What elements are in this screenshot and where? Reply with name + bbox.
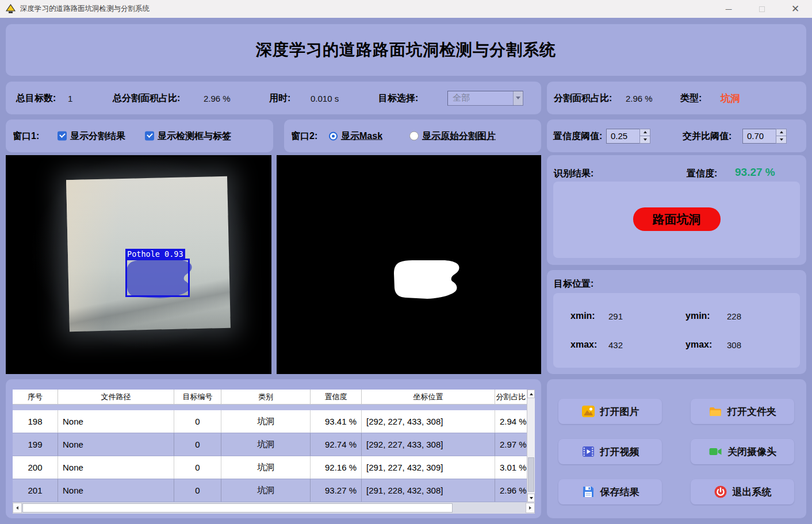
horizontal-scrollbar[interactable] — [13, 502, 535, 514]
xmax-value: 432 — [608, 340, 623, 350]
table-cell: 2.97 % — [495, 433, 527, 456]
table-row[interactable]: 198None0坑洞93.41 %[292, 227, 433, 308]2.9… — [13, 410, 527, 433]
table-cell: 200 — [13, 456, 58, 479]
header-coords: 坐标位置 — [362, 390, 495, 404]
scroll-up-button[interactable] — [527, 390, 535, 398]
table-cell: 92.16 % — [311, 456, 362, 479]
radio-selected-icon — [329, 132, 338, 140]
confidence-threshold-spinbox[interactable]: 0.25 — [606, 129, 650, 144]
dropdown-button[interactable] — [513, 91, 523, 105]
header-confidence: 置信度 — [311, 390, 362, 404]
maximize-icon — [759, 6, 765, 12]
iou-threshold-spinbox[interactable]: 0.70 — [742, 129, 787, 144]
window2-controls-panel: 窗口2: 显示Mask 显示原始分割图片 — [284, 120, 541, 152]
spin-up-button[interactable] — [639, 129, 650, 137]
open-folder-button[interactable]: 打开文件夹 — [691, 399, 794, 424]
results-table: 序号 文件路径 目标编号 类别 置信度 坐标位置 分割占比 198None0坑洞… — [13, 390, 535, 514]
actions-panel: 打开图片 打开文件夹 打开视频 关闭摄像 — [547, 379, 806, 518]
table-cell: 2.94 % — [495, 410, 527, 433]
folder-icon — [708, 404, 722, 418]
target-position-box: xmin: 291 ymin: 228 xmax: 432 ymax: 308 — [553, 293, 800, 368]
scroll-down-button[interactable] — [527, 494, 535, 502]
triangle-down-icon — [644, 138, 647, 141]
close-camera-button[interactable]: 关闭摄像头 — [691, 439, 794, 464]
spin-down-button[interactable] — [639, 136, 650, 144]
header-filepath: 文件路径 — [58, 390, 174, 404]
table-cell: 93.41 % — [311, 410, 362, 433]
iou-threshold-value[interactable]: 0.70 — [742, 129, 776, 144]
table-cell: 0 — [174, 433, 221, 456]
table-cell: 坑洞 — [221, 410, 311, 433]
scroll-left-button[interactable] — [13, 503, 22, 513]
show-original-radio[interactable]: 显示原始分割图片 — [409, 130, 496, 142]
app-icon — [6, 4, 16, 14]
thresholds-panel: 置信度阈值: 0.25 交并比阈值: 0.70 — [547, 120, 806, 152]
titlebar: 深度学习的道路路面坑洞检测与分割系统 ─ ✕ — [0, 0, 812, 18]
recognition-result-box: 路面坑洞 — [553, 182, 800, 258]
power-icon — [714, 485, 727, 499]
open-image-button[interactable]: 打开图片 — [558, 399, 662, 424]
detected-class-badge[interactable]: 路面坑洞 — [633, 207, 721, 231]
exit-system-button[interactable]: 退出系统 — [691, 479, 794, 504]
open-image-label: 打开图片 — [600, 405, 639, 418]
target-position-title: 目标位置: — [554, 278, 593, 290]
open-folder-label: 打开文件夹 — [727, 405, 776, 418]
detection-label: Pothole 0.93 — [125, 249, 185, 259]
detection-image-view: Pothole 0.93 — [6, 155, 271, 374]
total-seg-value: 2.96 % — [204, 93, 231, 103]
checkbox-checked-icon — [145, 131, 154, 140]
show-boxes-checkbox[interactable]: 显示检测框与标签 — [145, 130, 231, 142]
minimize-button[interactable]: ─ — [712, 0, 745, 18]
table-cell: 0 — [174, 456, 221, 479]
table-cell: 201 — [13, 479, 58, 502]
total-targets-label: 总目标数: — [16, 92, 56, 104]
triangle-up-icon — [530, 393, 533, 395]
open-video-label: 打开视频 — [600, 445, 639, 458]
chevron-down-icon — [516, 97, 520, 99]
mask-blob — [277, 155, 541, 374]
confidence-threshold-label: 置信度阈值: — [553, 130, 602, 142]
save-icon — [581, 485, 595, 499]
table-cell: 199 — [13, 433, 58, 456]
show-segmentation-checkbox[interactable]: 显示分割结果 — [58, 130, 125, 142]
ymax-label: ymax: — [685, 340, 712, 350]
show-mask-radio[interactable]: 显示Mask — [329, 130, 382, 142]
horizontal-scroll-thumb[interactable] — [22, 503, 453, 513]
table-cell: 坑洞 — [221, 456, 311, 479]
spin-down-button[interactable] — [776, 136, 787, 144]
camera-icon — [708, 445, 722, 458]
show-boxes-label: 显示检测框与标签 — [158, 130, 231, 140]
table-row[interactable]: 199None0坑洞92.74 %[292, 227, 433, 308]2.9… — [13, 433, 527, 456]
type-value: 坑洞 — [721, 91, 740, 105]
open-video-button[interactable]: 打开视频 — [558, 439, 662, 464]
target-select-dropdown[interactable]: 全部 — [447, 91, 523, 106]
header-class: 类别 — [221, 390, 311, 404]
save-result-button[interactable]: 保存结果 — [558, 479, 662, 504]
table-cell: 93.27 % — [311, 479, 362, 502]
confidence-threshold-value[interactable]: 0.25 — [606, 129, 639, 144]
maximize-button[interactable] — [745, 0, 779, 18]
save-result-label: 保存结果 — [600, 486, 639, 499]
triangle-down-icon — [530, 497, 533, 499]
ymax-value: 308 — [727, 340, 741, 350]
vertical-scrollbar[interactable] — [527, 390, 535, 502]
scroll-right-button[interactable] — [526, 503, 535, 513]
close-button[interactable]: ✕ — [779, 0, 812, 18]
spin-up-button[interactable] — [776, 129, 787, 137]
triangle-right-icon — [529, 506, 531, 510]
table-cell: 92.74 % — [311, 433, 362, 456]
table-cell: None — [58, 479, 174, 502]
ymin-label: ymin: — [685, 311, 710, 321]
table-row[interactable]: 200None0坑洞92.16 %[291, 227, 432, 309]3.0… — [13, 456, 527, 479]
vertical-scroll-thumb[interactable] — [528, 457, 534, 492]
recognition-panel: 识别结果: 置信度: 93.27 % 路面坑洞 — [547, 155, 806, 265]
table-cell: [291, 228, 432, 308] — [362, 479, 495, 502]
table-cell: 0 — [174, 410, 221, 433]
recognition-result-label: 识别结果: — [554, 168, 593, 180]
confidence-value: 93.27 % — [735, 166, 775, 179]
time-label: 用时: — [269, 92, 290, 104]
ymin-value: 228 — [727, 311, 741, 321]
table-row[interactable]: 201None0坑洞93.27 %[291, 228, 432, 308]2.9… — [13, 479, 527, 502]
table-cell: [292, 227, 433, 308] — [362, 410, 495, 433]
table-cell: None — [58, 456, 174, 479]
